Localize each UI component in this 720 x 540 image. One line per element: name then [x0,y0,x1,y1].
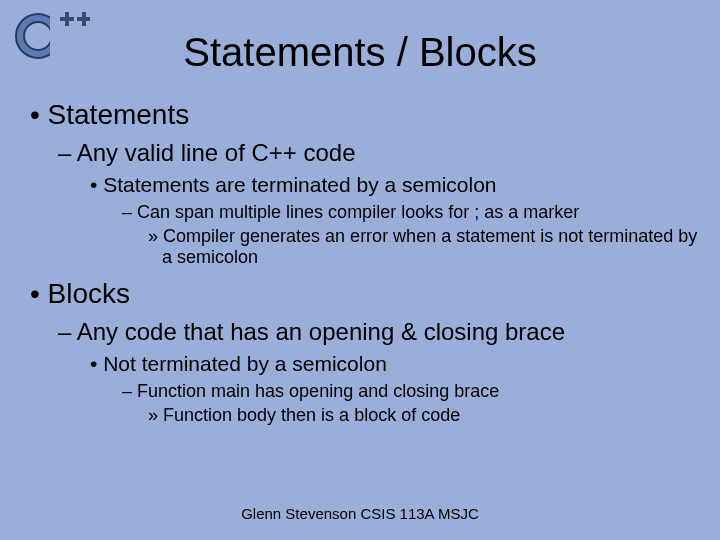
bullet-blocks: Blocks [30,278,700,310]
sub-opening-closing-brace: Any code that has an opening & closing b… [58,318,700,346]
slide-body: Statements Any valid line of C++ code St… [0,99,720,426]
sub-not-terminated: Not terminated by a semicolon [90,352,700,376]
cpp-logo-icon [10,6,90,61]
sub-any-valid-line: Any valid line of C++ code [58,139,700,167]
svg-rect-4 [60,17,74,21]
sub-function-body: Function body then is a block of code [148,405,700,426]
svg-point-1 [24,22,52,50]
sub-function-main: Function main has opening and closing br… [122,381,700,402]
bullet-statements: Statements [30,99,700,131]
sub-compiler-error: Compiler generates an error when a state… [148,226,700,268]
sub-span-multiple: Can span multiple lines compiler looks f… [122,202,700,223]
sub-terminated-semicolon: Statements are terminated by a semicolon [90,173,700,197]
svg-rect-6 [77,17,90,21]
slide-footer: Glenn Stevenson CSIS 113A MSJC [0,505,720,522]
slide-title: Statements / Blocks [0,0,720,99]
